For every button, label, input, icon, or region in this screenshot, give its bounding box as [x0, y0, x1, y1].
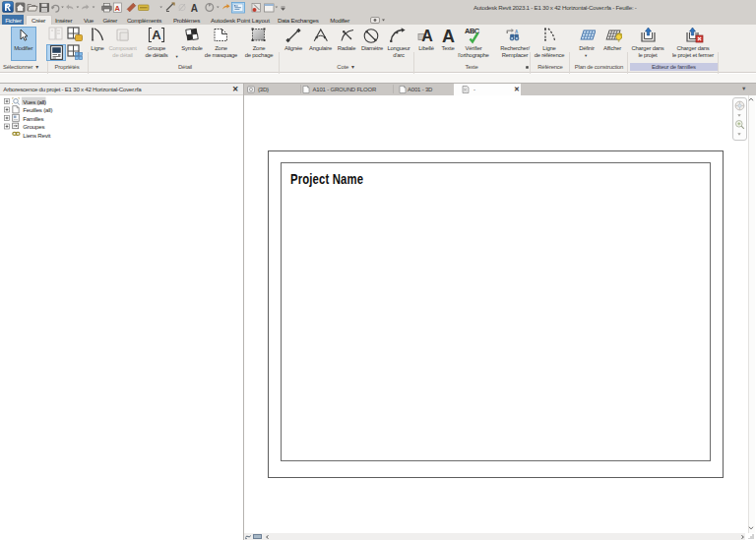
svg-text:A: A: [515, 29, 519, 33]
svg-text:A: A: [421, 28, 433, 44]
svg-text:A: A: [442, 27, 455, 44]
svg-text:A: A: [191, 3, 198, 14]
svg-text:A: A: [152, 28, 161, 42]
svg-text:A: A: [115, 4, 121, 13]
